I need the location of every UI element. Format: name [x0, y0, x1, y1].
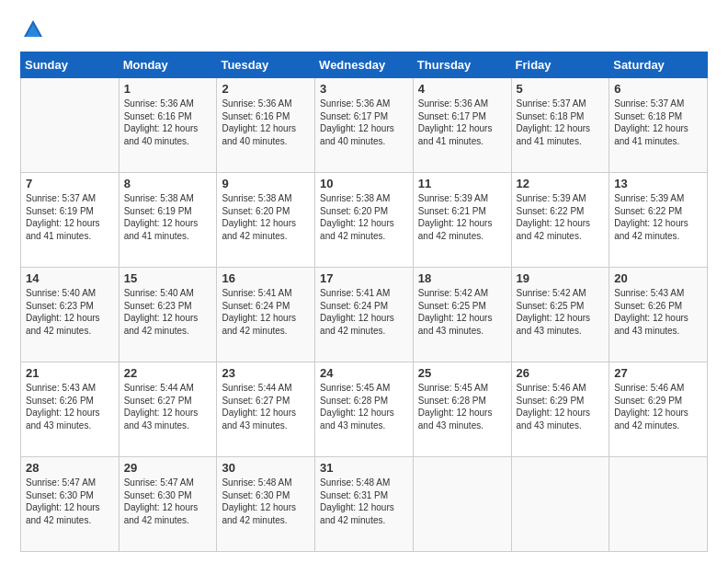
col-header-wednesday: Wednesday: [315, 52, 414, 78]
calendar-cell: 6Sunrise: 5:37 AM Sunset: 6:18 PM Daylig…: [609, 78, 708, 173]
day-number: 16: [222, 271, 310, 285]
calendar-cell: 1Sunrise: 5:36 AM Sunset: 6:16 PM Daylig…: [119, 78, 217, 173]
calendar-cell: 9Sunrise: 5:38 AM Sunset: 6:20 PM Daylig…: [217, 173, 315, 268]
day-info: Sunrise: 5:45 AM Sunset: 6:28 PM Dayligh…: [320, 382, 408, 431]
calendar-cell: 5Sunrise: 5:37 AM Sunset: 6:18 PM Daylig…: [511, 78, 609, 173]
day-info: Sunrise: 5:37 AM Sunset: 6:18 PM Dayligh…: [614, 98, 702, 147]
day-info: Sunrise: 5:45 AM Sunset: 6:28 PM Dayligh…: [418, 382, 506, 431]
day-info: Sunrise: 5:39 AM Sunset: 6:22 PM Dayligh…: [517, 192, 605, 242]
day-number: 27: [614, 366, 702, 380]
header: [20, 17, 708, 42]
day-info: Sunrise: 5:39 AM Sunset: 6:21 PM Dayligh…: [418, 192, 506, 242]
day-number: 9: [222, 177, 310, 190]
calendar-week-2: 7Sunrise: 5:37 AM Sunset: 6:19 PM Daylig…: [21, 173, 708, 268]
calendar-cell: 2Sunrise: 5:36 AM Sunset: 6:16 PM Daylig…: [217, 78, 315, 173]
day-number: 21: [26, 366, 114, 380]
day-info: Sunrise: 5:47 AM Sunset: 6:30 PM Dayligh…: [124, 477, 212, 526]
calendar-cell: 27Sunrise: 5:46 AM Sunset: 6:29 PM Dayli…: [609, 362, 708, 457]
day-number: 11: [418, 177, 506, 190]
calendar-cell: 16Sunrise: 5:41 AM Sunset: 6:24 PM Dayli…: [217, 268, 315, 362]
calendar-week-4: 21Sunrise: 5:43 AM Sunset: 6:26 PM Dayli…: [21, 362, 708, 457]
calendar-header-row: SundayMondayTuesdayWednesdayThursdayFrid…: [21, 52, 708, 78]
calendar-cell: 29Sunrise: 5:47 AM Sunset: 6:30 PM Dayli…: [119, 457, 217, 552]
calendar-cell: 10Sunrise: 5:38 AM Sunset: 6:20 PM Dayli…: [315, 173, 414, 268]
calendar-cell: 8Sunrise: 5:38 AM Sunset: 6:19 PM Daylig…: [119, 173, 217, 268]
calendar-cell: [609, 457, 708, 552]
day-info: Sunrise: 5:46 AM Sunset: 6:29 PM Dayligh…: [517, 382, 605, 431]
calendar-cell: 28Sunrise: 5:47 AM Sunset: 6:30 PM Dayli…: [21, 457, 119, 552]
day-info: Sunrise: 5:36 AM Sunset: 6:17 PM Dayligh…: [418, 98, 506, 147]
day-info: Sunrise: 5:40 AM Sunset: 6:23 PM Dayligh…: [26, 287, 114, 337]
calendar-week-3: 14Sunrise: 5:40 AM Sunset: 6:23 PM Dayli…: [21, 268, 708, 362]
day-info: Sunrise: 5:36 AM Sunset: 6:16 PM Dayligh…: [124, 98, 212, 147]
day-number: 22: [124, 366, 212, 380]
calendar-cell: [511, 457, 609, 552]
day-number: 20: [614, 271, 702, 285]
day-info: Sunrise: 5:48 AM Sunset: 6:30 PM Dayligh…: [222, 477, 310, 526]
day-number: 28: [26, 461, 114, 475]
day-number: 13: [614, 177, 702, 190]
day-number: 26: [517, 366, 605, 380]
day-info: Sunrise: 5:41 AM Sunset: 6:24 PM Dayligh…: [222, 287, 310, 337]
calendar-cell: 4Sunrise: 5:36 AM Sunset: 6:17 PM Daylig…: [413, 78, 511, 173]
day-info: Sunrise: 5:36 AM Sunset: 6:16 PM Dayligh…: [222, 98, 310, 147]
calendar-cell: 11Sunrise: 5:39 AM Sunset: 6:21 PM Dayli…: [413, 173, 511, 268]
day-number: 24: [320, 366, 408, 380]
calendar-cell: 24Sunrise: 5:45 AM Sunset: 6:28 PM Dayli…: [315, 362, 414, 457]
day-number: 10: [320, 177, 408, 190]
day-number: 19: [517, 271, 605, 285]
calendar-cell: 18Sunrise: 5:42 AM Sunset: 6:25 PM Dayli…: [413, 268, 511, 362]
day-number: 1: [124, 82, 212, 96]
day-info: Sunrise: 5:43 AM Sunset: 6:26 PM Dayligh…: [614, 287, 702, 337]
calendar-table: SundayMondayTuesdayWednesdayThursdayFrid…: [20, 52, 708, 552]
day-number: 8: [124, 177, 212, 190]
day-info: Sunrise: 5:37 AM Sunset: 6:19 PM Dayligh…: [26, 192, 114, 242]
day-info: Sunrise: 5:44 AM Sunset: 6:27 PM Dayligh…: [222, 382, 310, 431]
calendar-cell: 26Sunrise: 5:46 AM Sunset: 6:29 PM Dayli…: [511, 362, 609, 457]
col-header-thursday: Thursday: [413, 52, 511, 78]
day-info: Sunrise: 5:38 AM Sunset: 6:20 PM Dayligh…: [222, 192, 310, 242]
calendar-cell: 14Sunrise: 5:40 AM Sunset: 6:23 PM Dayli…: [21, 268, 119, 362]
col-header-friday: Friday: [511, 52, 609, 78]
calendar-cell: 7Sunrise: 5:37 AM Sunset: 6:19 PM Daylig…: [21, 173, 119, 268]
day-info: Sunrise: 5:38 AM Sunset: 6:20 PM Dayligh…: [320, 192, 408, 242]
calendar-cell: 3Sunrise: 5:36 AM Sunset: 6:17 PM Daylig…: [315, 78, 414, 173]
logo: [20, 17, 50, 42]
day-number: 29: [124, 461, 212, 475]
day-number: 17: [320, 271, 408, 285]
calendar-week-5: 28Sunrise: 5:47 AM Sunset: 6:30 PM Dayli…: [21, 457, 708, 552]
col-header-monday: Monday: [119, 52, 217, 78]
day-number: 23: [222, 366, 310, 380]
day-info: Sunrise: 5:42 AM Sunset: 6:25 PM Dayligh…: [517, 287, 605, 337]
day-number: 18: [418, 271, 506, 285]
calendar-cell: [21, 78, 119, 173]
calendar-cell: 30Sunrise: 5:48 AM Sunset: 6:30 PM Dayli…: [217, 457, 315, 552]
day-info: Sunrise: 5:39 AM Sunset: 6:22 PM Dayligh…: [614, 192, 702, 242]
calendar-cell: 12Sunrise: 5:39 AM Sunset: 6:22 PM Dayli…: [511, 173, 609, 268]
day-number: 30: [222, 461, 310, 475]
calendar-cell: 13Sunrise: 5:39 AM Sunset: 6:22 PM Dayli…: [609, 173, 708, 268]
day-number: 14: [26, 271, 114, 285]
day-info: Sunrise: 5:43 AM Sunset: 6:26 PM Dayligh…: [26, 382, 114, 431]
col-header-tuesday: Tuesday: [217, 52, 315, 78]
logo-icon: [20, 17, 46, 42]
day-number: 31: [320, 461, 408, 475]
day-number: 5: [517, 82, 605, 96]
day-info: Sunrise: 5:40 AM Sunset: 6:23 PM Dayligh…: [124, 287, 212, 337]
day-info: Sunrise: 5:36 AM Sunset: 6:17 PM Dayligh…: [320, 98, 408, 147]
calendar-cell: 21Sunrise: 5:43 AM Sunset: 6:26 PM Dayli…: [21, 362, 119, 457]
day-number: 3: [320, 82, 408, 96]
day-info: Sunrise: 5:42 AM Sunset: 6:25 PM Dayligh…: [418, 287, 506, 337]
day-number: 25: [418, 366, 506, 380]
col-header-sunday: Sunday: [21, 52, 119, 78]
calendar-cell: 22Sunrise: 5:44 AM Sunset: 6:27 PM Dayli…: [119, 362, 217, 457]
day-info: Sunrise: 5:38 AM Sunset: 6:19 PM Dayligh…: [124, 192, 212, 242]
calendar-cell: 31Sunrise: 5:48 AM Sunset: 6:31 PM Dayli…: [315, 457, 414, 552]
calendar-week-1: 1Sunrise: 5:36 AM Sunset: 6:16 PM Daylig…: [21, 78, 708, 173]
calendar-cell: 15Sunrise: 5:40 AM Sunset: 6:23 PM Dayli…: [119, 268, 217, 362]
day-number: 2: [222, 82, 310, 96]
day-number: 6: [614, 82, 702, 96]
day-info: Sunrise: 5:44 AM Sunset: 6:27 PM Dayligh…: [124, 382, 212, 431]
calendar-cell: 20Sunrise: 5:43 AM Sunset: 6:26 PM Dayli…: [609, 268, 708, 362]
day-info: Sunrise: 5:37 AM Sunset: 6:18 PM Dayligh…: [517, 98, 605, 147]
